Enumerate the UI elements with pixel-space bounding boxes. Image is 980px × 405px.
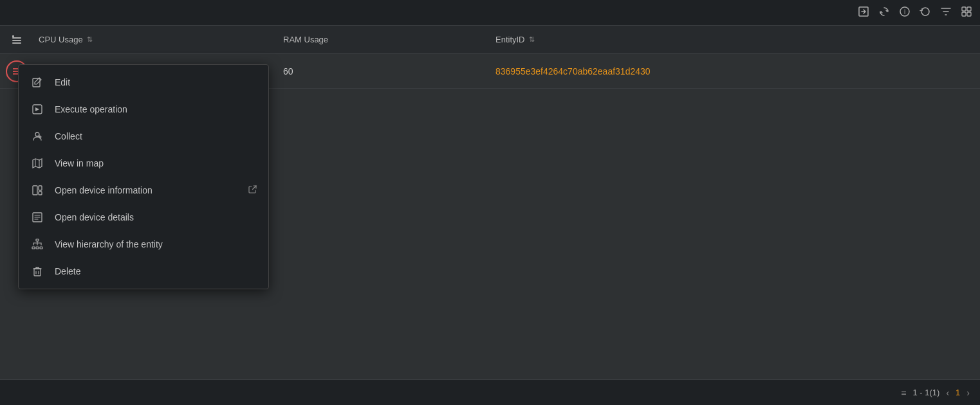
filter-icon[interactable] (940, 6, 952, 20)
edit-icon (30, 75, 44, 89)
refresh-icon[interactable] (920, 6, 931, 20)
pagination-summary: 1 - 1(1) (913, 388, 940, 397)
select-all-icon[interactable] (0, 34, 33, 46)
entity-sort-icon[interactable]: ⇅ (529, 35, 535, 44)
menu-execute-label: Execute operation (55, 104, 127, 114)
collect-icon (30, 129, 44, 143)
external-link-icon (248, 185, 257, 195)
row-ram-value: 60 (278, 66, 490, 76)
menu-edit-label: Edit (55, 77, 70, 87)
menu-item-open-device-details[interactable]: Open device details (19, 204, 268, 231)
menu-view-map-label: View in map (55, 158, 104, 168)
svg-rect-7 (12, 37, 21, 39)
svg-text:i: i (904, 8, 905, 15)
svg-rect-3 (962, 7, 966, 11)
top-toolbar: i (0, 0, 980, 26)
info-icon[interactable]: i (899, 6, 911, 20)
menu-collect-label: Collect (55, 131, 82, 141)
svg-rect-18 (39, 186, 42, 190)
export-icon[interactable] (858, 6, 869, 20)
delete-icon (30, 264, 44, 278)
menu-delete-label: Delete (55, 266, 80, 276)
menu-item-execute[interactable]: Execute operation (19, 96, 268, 123)
menu-item-edit[interactable]: Edit (19, 69, 268, 96)
menu-item-collect[interactable]: Collect (19, 123, 268, 150)
ram-usage-label: RAM Usage (283, 35, 328, 44)
pagination-next-button[interactable]: › (966, 388, 970, 398)
svg-rect-24 (40, 247, 42, 249)
svg-rect-14 (33, 78, 40, 87)
entity-id-column-header[interactable]: EntityID ⇅ (490, 35, 980, 44)
svg-point-16 (35, 132, 39, 136)
svg-rect-8 (12, 40, 21, 41)
layout-icon[interactable] (961, 6, 972, 20)
column-header-row: CPU Usage ⇅ RAM Usage EntityID ⇅ (0, 26, 980, 54)
svg-rect-10 (12, 35, 14, 37)
svg-rect-25 (34, 269, 41, 276)
menu-item-view-map[interactable]: View in map (19, 150, 268, 177)
entity-id-label: EntityID (495, 35, 525, 44)
cpu-usage-label: CPU Usage (39, 35, 83, 44)
menu-view-hierarchy-label: View hierarchy of the entity (55, 239, 163, 249)
hierarchy-icon (30, 237, 44, 251)
svg-rect-5 (962, 12, 966, 16)
cpu-usage-column-header[interactable]: CPU Usage ⇅ (33, 35, 278, 44)
cpu-sort-icon[interactable]: ⇅ (87, 35, 93, 44)
menu-item-delete[interactable]: Delete (19, 258, 268, 285)
sync-icon[interactable] (878, 6, 890, 20)
pagination-page-number: 1 (956, 388, 960, 397)
execute-icon (30, 102, 44, 116)
pagination-bar: ≡ 1 - 1(1) ‹ 1 › (0, 379, 980, 405)
svg-rect-22 (32, 247, 35, 249)
svg-rect-23 (36, 247, 39, 249)
device-info-icon (30, 183, 44, 197)
menu-open-device-details-label: Open device details (55, 212, 134, 222)
svg-rect-19 (39, 192, 42, 195)
device-details-icon (30, 210, 44, 224)
svg-rect-6 (967, 12, 971, 16)
pagination-lines-icon: ≡ (901, 388, 906, 398)
map-icon (30, 156, 44, 170)
menu-open-device-info-label: Open device information (55, 185, 153, 195)
ram-usage-column-header[interactable]: RAM Usage (278, 35, 490, 44)
svg-rect-4 (967, 7, 971, 11)
menu-item-view-hierarchy[interactable]: View hierarchy of the entity (19, 231, 268, 258)
row-entity-value: 836955e3ef4264c70ab62eaaf31d2430 (490, 66, 980, 76)
pagination-prev-button[interactable]: ‹ (946, 388, 949, 398)
svg-rect-17 (33, 186, 37, 195)
svg-rect-9 (12, 42, 21, 44)
menu-item-open-device-info[interactable]: Open device information (19, 177, 268, 204)
context-menu: Edit Execute operation Collect (18, 64, 269, 289)
